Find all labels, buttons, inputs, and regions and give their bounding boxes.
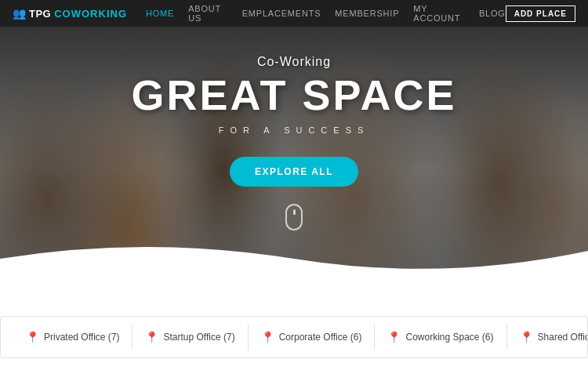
nav-blog[interactable]: BLOG — [479, 9, 506, 18]
tab-privated-office-label: Privated Office (7) — [44, 332, 119, 343]
logo-tpg: TPG — [29, 8, 51, 20]
coworking-space-icon: 📍 — [387, 331, 401, 343]
nav-about-us[interactable]: ABOUT US — [188, 4, 227, 23]
hero-wave — [0, 235, 588, 282]
tab-corporate-office-label: Corporate Office (6) — [279, 332, 362, 343]
nav-home[interactable]: HOME — [146, 9, 174, 18]
corporate-office-icon: 📍 — [261, 331, 274, 343]
hero-tagline: FOR A SUCCESS — [219, 125, 370, 135]
explore-all-button[interactable]: EXPLORE ALL — [230, 157, 358, 187]
hero-title: GREAT SPACE — [131, 74, 456, 116]
scroll-indicator — [285, 204, 303, 230]
tab-coworking-space-label: Coworking Space (6) — [405, 332, 493, 343]
nav-emplacements[interactable]: EMPLACEMENTS — [242, 9, 321, 18]
tab-startup-office[interactable]: 📍 Startup Office (7) — [132, 325, 248, 350]
hero-subtitle: Co-Working — [257, 55, 331, 69]
mouse-wheel — [293, 209, 296, 215]
startup-office-icon: 📍 — [145, 331, 158, 343]
hero-section: Co-Working GREAT SPACE FOR A SUCCESS EXP… — [0, 0, 588, 282]
logo[interactable]: 👥 TPG COWORKING — [13, 7, 127, 20]
tab-corporate-office[interactable]: 📍 Corporate Office (6) — [249, 325, 376, 350]
tab-shared-office[interactable]: 📍 Shared Office (5) — [507, 325, 588, 350]
add-place-button[interactable]: ADD PLACE — [506, 5, 575, 22]
nav-my-account[interactable]: MY ACCOUNT — [413, 4, 465, 23]
privated-office-icon: 📍 — [26, 331, 39, 343]
nav-membership[interactable]: MEMBERSHIP — [335, 9, 399, 18]
tab-startup-office-label: Startup Office (7) — [163, 332, 234, 343]
shared-office-icon: 📍 — [520, 331, 533, 343]
navbar: 👥 TPG COWORKING HOME ABOUT US EMPLACEMEN… — [0, 0, 588, 27]
logo-coworking: COWORKING — [54, 8, 127, 20]
tab-shared-office-label: Shared Office (5) — [538, 332, 588, 343]
tab-privated-office[interactable]: 📍 Privated Office (7) — [13, 325, 132, 350]
nav-links: HOME ABOUT US EMPLACEMENTS MEMBERSHIP MY… — [146, 4, 506, 23]
bottom-section: 📍 Privated Office (7) 📍 Startup Office (… — [0, 282, 588, 392]
logo-icon: 👥 — [13, 7, 26, 20]
filter-tabs-container: 📍 Privated Office (7) 📍 Startup Office (… — [0, 316, 588, 358]
tab-coworking-space[interactable]: 📍 Coworking Space (6) — [375, 325, 506, 350]
